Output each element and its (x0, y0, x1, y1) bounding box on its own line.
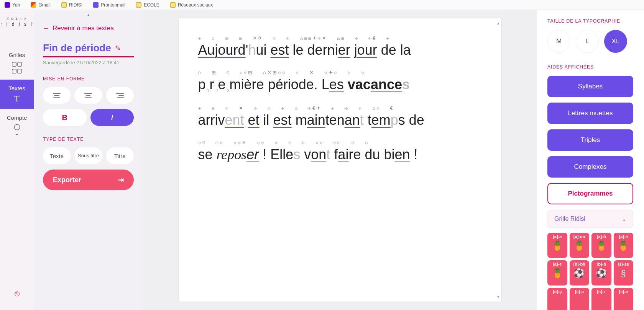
pictogram-row: ⟐ ⌂ ⊞ ⊞ ✕✈ ⟐ ⟐ ⌂⊞⊞✈⟐✕ ⌂⊞ ⟐ ⟐€ ⟐ (198, 35, 482, 41)
pictogram-cell[interactable]: [a]-à🍍 (614, 233, 634, 258)
pictogram-row: ⟐€ ⊞⟐ ⟐⟐✕ ⟐⟐ ⟐ ⌂ ⟐ ⟐⟐ ⟐⊞ ⟐ ⌂ (198, 140, 482, 145)
brand-logo: ⊞ ⧉ ⧗ △ ✕r i d i s i (0, 17, 33, 27)
word-row[interactable]: Aujourd'hui est le dernier jour de la (198, 42, 482, 58)
aid-triples-button[interactable]: Triples (547, 129, 633, 151)
type-texte-button[interactable]: Texte (43, 147, 71, 164)
nav-rail: ⊞ ⧉ ⧗ △ ✕r i d i s i Grilles ▢▢▢▢ Textes… (0, 10, 34, 310)
bookmark-yah[interactable]: Yah (5, 2, 20, 8)
pictogram-cell[interactable]: [a]-e🍍 (547, 260, 567, 286)
chevron-down-icon: ⌄ (622, 216, 626, 222)
gmail-icon (31, 2, 36, 8)
align-center-icon (84, 93, 92, 98)
mail-icon (5, 2, 10, 8)
word-row[interactable]: se reposer ! Elles vont faire du bien ! (198, 146, 482, 163)
export-button[interactable]: Exporter ⇥ (43, 170, 134, 190)
grille-select[interactable]: Grille Ridisi ⌄ (547, 210, 633, 228)
size-m-button[interactable]: M (547, 30, 570, 53)
saved-timestamp: Sauvegardé le 21/10/2022 à 18:41 (43, 60, 134, 65)
type-sous-titre-button[interactable]: Sous titre (74, 147, 102, 164)
page-scroll-down-icon[interactable]: ▾ (497, 294, 499, 299)
folder-icon (136, 2, 141, 8)
pictogram-cell[interactable]: [b]-b⚽ (591, 260, 611, 286)
mail-icon (93, 2, 99, 8)
text-options-panel: ▴ ← Revenir à mes textes Fin de période … (34, 10, 143, 310)
pictogram-row: ⟐ ⊞ ⟐ ✕ ⟐ ⟐ ⟐ ⌂ ⟐€✈ ⟐ ⟐ ⟐ ⌂⟐ € (198, 105, 482, 111)
pictogram-row: ⌂ ⊞ € ⟐⟐⊞ ⌂✕⊞⟐⟐ ⟐ ✕ ⟐✈⟐ ⟐ ⟐ (198, 70, 482, 75)
align-right-icon (116, 93, 124, 98)
pictogram-cell[interactable]: [a]-oo🍍 (570, 233, 590, 258)
pictogram-grid: [a]-a🍍[a]-oo🍍[a]-ô🍍[a]-à🍍[a]-e🍍[b]-bb⚽[b… (547, 233, 633, 310)
align-center-button[interactable] (74, 87, 102, 104)
folder-icon (170, 2, 176, 8)
text-icon: T (14, 94, 19, 103)
bookmark-protonmail[interactable]: Prontonmail (93, 2, 125, 8)
aid-lettres-muettes-button[interactable]: Lettres muettes (547, 103, 633, 124)
nav-textes[interactable]: Textes T (0, 80, 34, 109)
document-area: ▴ ⟐ ⌂ ⊞ ⊞ ✕✈ ⟐ ⟐ ⌂⊞⊞✈⟐✕ ⌂⊞ ⟐ ⟐€ ⟐Aujourd… (143, 10, 537, 310)
scroll-up-icon[interactable]: ▴ (87, 12, 90, 17)
section-aides: AIDES AFFICHÉES (547, 64, 633, 70)
document-page[interactable]: ▴ ⟐ ⌂ ⊞ ⊞ ✕✈ ⟐ ⟐ ⌂⊞⊞✈⟐✕ ⌂⊞ ⟐ ⟐€ ⟐Aujourd… (179, 18, 501, 302)
doc-line[interactable]: ⟐€ ⊞⟐ ⟐⟐✕ ⟐⟐ ⟐ ⌂ ⟐ ⟐⟐ ⟐⊞ ⟐ ⌂se reposer !… (198, 140, 482, 163)
nav-compte[interactable]: Compte ◯⌣ (0, 109, 34, 142)
word-row[interactable]: p·1r·2e·3mière période. Les vacances (198, 76, 482, 94)
aid-syllabes-button[interactable]: Syllabes (547, 76, 633, 97)
page-scroll-up-icon[interactable]: ▴ (497, 21, 499, 26)
section-formatting: MISE EN FORME (43, 76, 134, 82)
section-type-size: TAILLE DE LA TYPOGRAPHIE (547, 18, 633, 24)
align-left-button[interactable] (43, 87, 71, 104)
pictogram-cell[interactable]: [s]-s (570, 288, 590, 310)
size-l-button[interactable]: L (576, 30, 599, 53)
size-xl-button[interactable]: XL (604, 30, 627, 53)
arrow-left-icon: ← (43, 24, 49, 32)
bookmark-reseaux[interactable]: Réseaux sociaux (170, 2, 213, 8)
pictogram-cell[interactable]: [a]-a🍍 (547, 233, 567, 258)
word-row[interactable]: arrivent et il est maintenant temps de (198, 112, 482, 128)
document-title: Fin de période (43, 42, 111, 54)
pictogram-cell[interactable]: [b]-bb⚽ (570, 260, 590, 286)
align-left-icon (53, 93, 61, 98)
bold-button[interactable]: B (43, 109, 87, 126)
doc-line[interactable]: ⟐ ⌂ ⊞ ⊞ ✕✈ ⟐ ⟐ ⌂⊞⊞✈⟐✕ ⌂⊞ ⟐ ⟐€ ⟐Aujourd'h… (198, 35, 482, 58)
user-icon: ◯⌣ (14, 123, 20, 137)
doc-line[interactable]: ⟐ ⊞ ⟐ ✕ ⟐ ⟐ ⟐ ⌂ ⟐€✈ ⟐ ⟐ ⟐ ⌂⟐ €arrivent e… (198, 105, 482, 128)
logout-button[interactable]: ⎋ (15, 289, 20, 299)
pictogram-cell[interactable]: [s]-c (614, 288, 634, 310)
section-text-type: TYPE DE TEXTE (43, 137, 134, 142)
nav-grilles[interactable]: Grilles ▢▢▢▢ (0, 46, 34, 80)
italic-button[interactable]: I (90, 109, 134, 126)
bookmark-ridisi[interactable]: RIDISI (61, 2, 82, 8)
bookmarks-bar: Yah Gmail RIDISI Prontonmail ECOLE Résea… (0, 0, 644, 10)
back-link[interactable]: ← Revenir à mes textes (43, 24, 134, 32)
grid-icon: ▢▢▢▢ (12, 60, 22, 74)
aid-pictogrammes-button[interactable]: Pictogrammes (547, 183, 633, 204)
bookmark-ecole[interactable]: ECOLE (136, 2, 159, 8)
folder-icon (61, 2, 67, 8)
type-titre-button[interactable]: Titre (106, 147, 134, 164)
edit-title-button[interactable]: ✎ (115, 44, 121, 52)
pictogram-cell[interactable]: [a]-ô🍍 (591, 233, 611, 258)
typography-panel: TAILLE DE LA TYPOGRAPHIE M L XL AIDES AF… (537, 10, 644, 310)
doc-line[interactable]: ⌂ ⊞ € ⟐⟐⊞ ⌂✕⊞⟐⟐ ⟐ ✕ ⟐✈⟐ ⟐ ⟐p·1r·2e·3mièr… (198, 70, 482, 94)
pictogram-cell[interactable]: [s]-ç (547, 288, 567, 310)
bookmark-gmail[interactable]: Gmail (31, 2, 50, 8)
export-icon: ⇥ (118, 176, 124, 184)
align-right-button[interactable] (106, 87, 134, 104)
pictogram-cell[interactable]: [s]-ss§ (614, 260, 634, 286)
aid-complexes-button[interactable]: Complexes (547, 156, 633, 178)
pictogram-cell[interactable]: [s]-z (591, 288, 611, 310)
